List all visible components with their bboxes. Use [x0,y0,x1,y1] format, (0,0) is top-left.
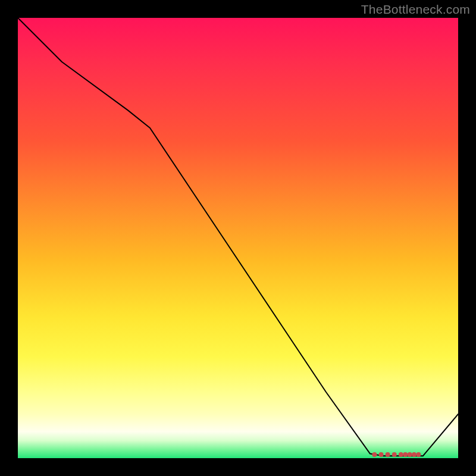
highlight-dot [392,452,397,457]
highlight-dot [372,452,377,457]
watermark-text: TheBottleneck.com [361,2,470,17]
chart-frame: TheBottleneck.com [0,0,476,476]
highlight-dot [403,452,408,457]
highlight-dot [408,452,412,457]
highlight-dot [379,452,384,457]
highlight-dot [412,452,416,457]
bottleneck-curve [18,18,458,456]
chart-svg [18,18,458,458]
plot-area [18,18,458,458]
highlight-dot [416,452,421,457]
highlight-dot [386,452,390,457]
highlight-dot [399,452,403,457]
